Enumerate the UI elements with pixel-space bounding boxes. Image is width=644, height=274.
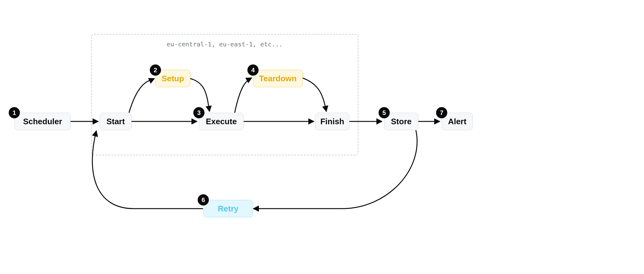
badge-store: 5 xyxy=(379,107,390,118)
region-box xyxy=(91,34,358,155)
badge-teardown: 4 xyxy=(247,64,259,76)
badge-setup: 2 xyxy=(150,64,161,76)
node-scheduler-label: Scheduler xyxy=(23,117,62,126)
node-execute-label: Execute xyxy=(206,117,237,126)
diagram-stage: eu-central-1, eu-east-1, etc... xyxy=(0,0,644,274)
node-store: Store xyxy=(384,113,418,130)
node-finish-label: Finish xyxy=(320,117,344,126)
node-retry: Retry xyxy=(203,200,253,217)
region-label: eu-central-1, eu-east-1, etc... xyxy=(91,40,358,48)
node-store-label: Store xyxy=(391,117,412,126)
node-start-label: Start xyxy=(106,117,125,126)
badge-execute: 3 xyxy=(193,107,205,118)
node-setup: Setup xyxy=(155,70,190,87)
node-retry-label: Retry xyxy=(218,204,238,214)
badge-alert: 7 xyxy=(436,107,447,118)
node-execute: Execute xyxy=(199,113,244,130)
badge-retry: 6 xyxy=(198,194,209,206)
node-teardown: Teardown xyxy=(253,70,303,87)
node-setup-label: Setup xyxy=(162,74,184,83)
node-start: Start xyxy=(100,113,131,130)
node-teardown-label: Teardown xyxy=(259,74,297,83)
node-finish: Finish xyxy=(315,113,349,130)
node-alert-label: Alert xyxy=(448,117,466,126)
node-scheduler: Scheduler xyxy=(15,113,71,130)
badge-scheduler: 1 xyxy=(9,107,20,118)
